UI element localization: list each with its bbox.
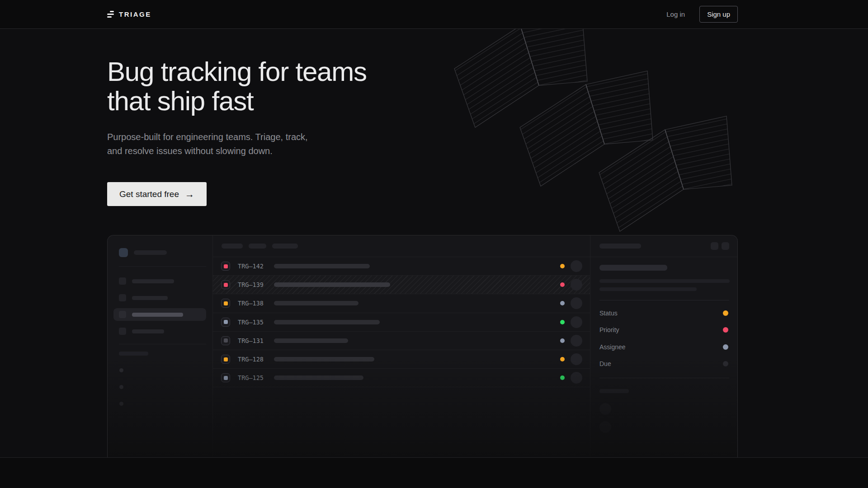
priority-square (224, 320, 228, 324)
status-dot (560, 375, 565, 380)
status-dot (560, 357, 565, 361)
sidebar-item-icon (119, 311, 126, 318)
issue-rows: TRG–142 TRG–139 TRG–138 TRG–135 (213, 257, 590, 387)
panel-action-icon (722, 242, 729, 250)
skeleton-line (599, 279, 730, 283)
list-header (213, 235, 590, 257)
panel-action-icon (711, 242, 718, 250)
issue-title-skeleton (274, 338, 348, 343)
hero-subtitle: Purpose-built for engineering teams. Tri… (107, 130, 324, 158)
property-row: Priority (599, 322, 729, 339)
issue-priority-icon (221, 318, 230, 327)
property-label: Due (599, 360, 611, 367)
priority-square (224, 338, 228, 343)
issue-row: TRG–131 (213, 332, 590, 350)
issue-row: TRG–142 (213, 257, 590, 276)
issue-title-skeleton (274, 357, 374, 361)
divider (599, 378, 729, 378)
issue-priority-icon (221, 280, 230, 289)
title-line-1: Bug tracking for teams (107, 57, 868, 86)
sidebar-item-icon (119, 328, 126, 335)
divider (599, 300, 729, 300)
issue-list: TRG–142 TRG–139 TRG–138 TRG–135 (213, 235, 590, 458)
comments-label-skeleton (599, 389, 629, 393)
assignee-avatar (571, 279, 582, 291)
list-dot (119, 368, 123, 372)
skeleton-bar (132, 313, 183, 317)
issue-detail-panel: Status Priority Assignee Due (590, 235, 737, 458)
signup-button[interactable]: Sign up (699, 6, 738, 23)
skeleton-bar (132, 296, 168, 300)
status-dot (560, 338, 565, 343)
sidebar-item (113, 325, 206, 338)
comment-avatar (599, 403, 611, 415)
issue-title-skeleton (274, 264, 370, 268)
brand-logo[interactable]: TRIAGE (107, 10, 151, 18)
sidebar-item (113, 275, 206, 287)
property-label: Priority (599, 326, 619, 333)
issue-row: TRG–139 (213, 276, 590, 294)
property-row: Assignee (599, 338, 729, 356)
assignee-avatar (571, 260, 582, 272)
issue-priority-icon (221, 262, 230, 271)
theme-toggle-button[interactable] (643, 10, 652, 19)
footer-band (0, 458, 868, 488)
property-value-dot (723, 310, 728, 316)
issue-id: TRG–138 (238, 300, 269, 307)
issue-title-skeleton (599, 265, 667, 271)
issue-id: TRG–125 (238, 374, 269, 381)
assignee-avatar (571, 335, 582, 347)
login-link[interactable]: Log in (666, 10, 685, 18)
top-nav: TRIAGE Log in Sign up (0, 0, 868, 29)
row-meta (560, 335, 582, 347)
sidebar-item (113, 291, 206, 304)
issue-row: TRG–135 (213, 313, 590, 332)
property-value-dot (723, 361, 728, 366)
issue-id: TRG–135 (238, 319, 269, 326)
property-value-dot (723, 344, 728, 350)
issue-priority-icon (221, 336, 230, 345)
sidebar-nav-skeleton (119, 275, 206, 338)
row-meta (560, 316, 582, 328)
panel-actions (711, 242, 729, 250)
get-started-button[interactable]: Get started free → (107, 182, 207, 206)
assignee-avatar (571, 297, 582, 309)
issue-row: TRG–128 (213, 350, 590, 369)
property-row: Due (599, 356, 729, 373)
divider (119, 344, 206, 344)
issue-row: TRG–138 (213, 294, 590, 313)
issue-priority-icon (221, 373, 230, 382)
triage-logo-icon (107, 11, 114, 18)
brand-name: TRIAGE (119, 10, 151, 18)
nav-actions: Log in Sign up (643, 6, 738, 23)
sidebar-item-active (113, 308, 206, 321)
priority-square (224, 301, 228, 305)
assignee-avatar (571, 316, 582, 328)
issue-title-skeleton (274, 320, 380, 324)
assignee-avatar (571, 353, 582, 365)
list-dot (119, 402, 123, 406)
status-dot (560, 264, 565, 268)
workspace-row (119, 248, 206, 257)
issue-id: TRG–139 (238, 281, 269, 288)
priority-square (224, 264, 228, 268)
page-title: Bug tracking for teams that ship fast (107, 57, 868, 116)
skeleton-bar (134, 250, 167, 255)
issue-title-skeleton (274, 282, 390, 287)
property-row: Status (599, 305, 729, 322)
sidebar-item-icon (119, 294, 126, 301)
issue-id: TRG–142 (238, 263, 269, 270)
title-line-2: that ship fast (107, 86, 868, 116)
row-meta (560, 297, 582, 309)
issue-row: TRG–125 (213, 369, 590, 387)
panel-header (590, 235, 737, 257)
arrow-right-icon: → (185, 189, 194, 200)
row-meta (560, 260, 582, 272)
section-label-skeleton (119, 352, 148, 356)
filter-pill-skeleton (272, 244, 298, 249)
status-dot (560, 282, 565, 287)
priority-square (224, 376, 228, 380)
assignee-avatar (571, 372, 582, 384)
row-meta (560, 372, 582, 384)
issue-title-skeleton (274, 375, 363, 380)
